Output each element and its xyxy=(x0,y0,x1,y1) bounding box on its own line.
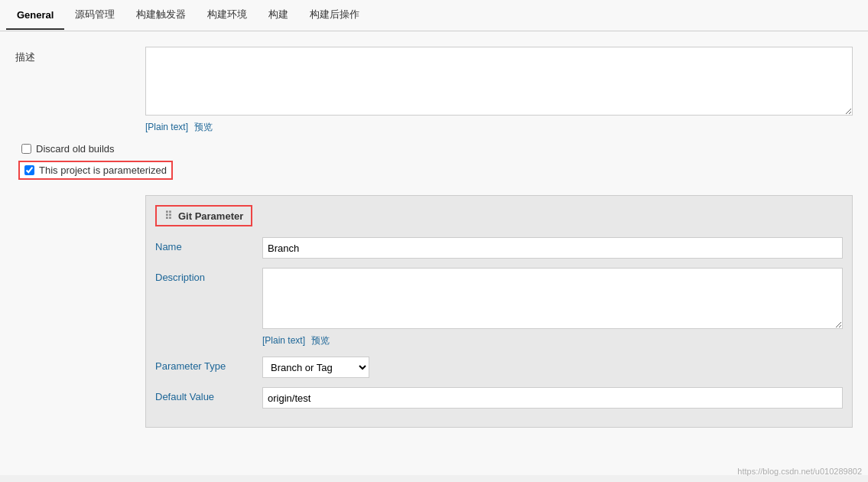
tab-bar: General 源码管理 构建触发器 构建环境 构建 构建后操作 xyxy=(0,0,868,31)
git-parameter-section: ⠿ Git Parameter Name Description [Plain … xyxy=(145,195,853,428)
discard-builds-label: Discard old builds xyxy=(36,143,115,155)
name-row: Name xyxy=(155,237,843,259)
tab-build-triggers[interactable]: 构建触发器 xyxy=(125,0,197,31)
parameter-type-select[interactable]: Branch or Tag Branch Tag Revision xyxy=(262,357,369,378)
main-content: 描述 [Plain text] 预览 Discard old builds Th… xyxy=(0,31,868,475)
watermark: https://blog.csdn.net/u010289802 xyxy=(737,467,862,475)
inner-preview-link[interactable]: 预览 xyxy=(311,335,330,346)
parameterized-checkbox[interactable] xyxy=(24,165,34,175)
default-value-label: Default Value xyxy=(155,387,262,402)
discard-builds-checkbox[interactable] xyxy=(21,144,31,154)
preview-link[interactable]: 预览 xyxy=(194,122,213,132)
name-input[interactable] xyxy=(262,237,843,259)
parameter-type-label: Parameter Type xyxy=(155,357,262,372)
inner-description-row: Description [Plain text] 预览 xyxy=(155,268,843,347)
tab-source-mgmt[interactable]: 源码管理 xyxy=(64,0,125,31)
description-field: [Plain text] 预览 xyxy=(145,47,853,134)
plain-text-link[interactable]: [Plain text] xyxy=(145,122,188,132)
git-parameter-header-label: Git Parameter xyxy=(178,210,243,222)
tab-build[interactable]: 构建 xyxy=(258,0,299,31)
default-value-row: Default Value xyxy=(155,387,843,409)
git-parameter-header[interactable]: ⠿ Git Parameter xyxy=(155,205,252,226)
discard-builds-row: Discard old builds xyxy=(18,143,853,155)
name-field xyxy=(262,237,843,259)
inner-description-field: [Plain text] 预览 xyxy=(262,268,843,347)
inner-description-textarea[interactable] xyxy=(262,268,843,329)
description-row: 描述 [Plain text] 预览 xyxy=(15,47,853,134)
parameter-type-field: Branch or Tag Branch Tag Revision xyxy=(262,357,843,378)
parameterized-row[interactable]: This project is parameterized xyxy=(18,161,173,180)
parameter-type-row: Parameter Type Branch or Tag Branch Tag … xyxy=(155,357,843,378)
inner-description-label: Description xyxy=(155,268,262,283)
git-parameter-form: Name Description [Plain text] 预览 Par xyxy=(155,237,843,409)
default-value-input[interactable] xyxy=(262,387,843,409)
tab-build-env[interactable]: 构建环境 xyxy=(197,0,258,31)
default-value-field xyxy=(262,387,843,409)
tab-general[interactable]: General xyxy=(6,2,64,30)
drag-icon: ⠿ xyxy=(164,210,172,222)
inner-plain-text-link[interactable]: [Plain text] xyxy=(262,335,305,346)
tab-post-build[interactable]: 构建后操作 xyxy=(299,0,370,31)
name-label: Name xyxy=(155,237,262,252)
description-textarea[interactable] xyxy=(145,47,853,116)
description-label: 描述 xyxy=(15,47,145,64)
parameterized-label: This project is parameterized xyxy=(39,164,167,176)
